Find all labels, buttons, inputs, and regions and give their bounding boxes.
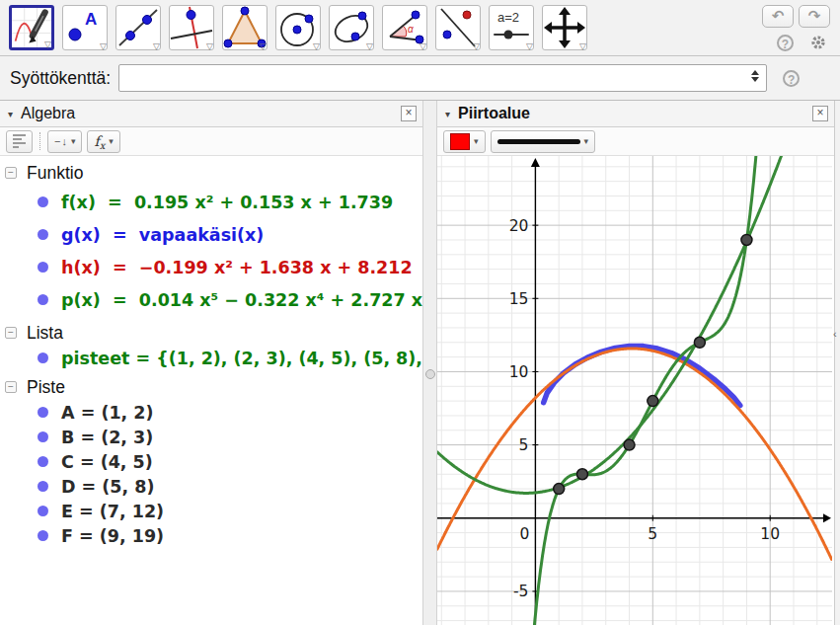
svg-text:-5: -5 xyxy=(513,583,528,600)
svg-text:10: 10 xyxy=(509,363,529,381)
visibility-dot-icon[interactable] xyxy=(38,456,48,467)
chevron-down-icon: ▾ xyxy=(71,136,76,146)
auxiliary-objects-button[interactable] xyxy=(6,130,33,153)
visibility-dot-icon[interactable] xyxy=(38,481,48,492)
svg-text:5: 5 xyxy=(648,525,657,543)
slider-label: a=2 xyxy=(497,10,519,25)
tool-slider-button[interactable]: a=2 ▽ xyxy=(489,5,534,50)
undo-button[interactable]: ↶ xyxy=(762,5,794,28)
algebra-item[interactable]: A = (1, 2) xyxy=(0,400,422,425)
graphics-canvas[interactable]: 0510-55101520 xyxy=(437,156,834,625)
command-input[interactable] xyxy=(119,67,719,89)
sort-mode-button[interactable]: −↓ ▾ xyxy=(47,130,82,153)
visibility-dot-icon[interactable] xyxy=(38,196,48,207)
tool-move-graphics-view-button[interactable]: ▽ xyxy=(542,5,587,50)
visibility-dot-icon[interactable] xyxy=(38,229,48,240)
algebra-item[interactable]: h(x) = −0.199 x² + 1.638 x + 8.212 xyxy=(0,251,422,283)
tool-circle-with-center-button[interactable]: ▽ xyxy=(275,5,321,50)
tool-dropdown-arrow[interactable]: ▽ xyxy=(526,42,533,51)
close-icon: × xyxy=(405,106,412,119)
function-style-button[interactable]: fx ▾ xyxy=(87,130,119,153)
group-label: Lista xyxy=(27,323,63,344)
visibility-dot-icon[interactable] xyxy=(38,431,48,442)
group-label: Funktio xyxy=(27,163,83,184)
color-picker-button[interactable]: ▾ xyxy=(443,130,486,153)
tool-freehand-function-button[interactable]: ▽ xyxy=(9,5,54,50)
help-icon: ? xyxy=(782,38,789,51)
visibility-dot-icon[interactable] xyxy=(38,294,48,305)
splitter-handle-icon[interactable] xyxy=(425,369,435,379)
toolbar-right-controls: ↶ ↷ ? xyxy=(762,5,840,51)
tool-dropdown-arrow[interactable]: ▽ xyxy=(420,42,426,51)
visibility-dot-icon[interactable] xyxy=(38,407,48,418)
algebra-group-header[interactable]: −Funktio xyxy=(0,156,422,186)
tool-dropdown-arrow[interactable]: ▽ xyxy=(366,42,373,51)
tool-point-button[interactable]: A ▽ xyxy=(62,5,108,50)
input-bar: Syöttökenttä: ? xyxy=(0,56,840,101)
algebra-item[interactable]: F = (9, 19) xyxy=(0,523,422,548)
svg-text:α: α xyxy=(408,24,414,35)
help-button[interactable]: ? xyxy=(777,35,794,51)
item-text: A = (1, 2) xyxy=(61,403,153,423)
curve-p xyxy=(437,156,832,625)
algebra-item[interactable]: pisteet = {(1, 2), (2, 3), (4, 5), (5, 8… xyxy=(0,346,422,370)
item-text: p(x) = 0.014 x⁵ − 0.322 x⁴ + 2.727 x³ − … xyxy=(61,290,422,310)
tool-perpendicular-line-button[interactable]: ▽ xyxy=(169,5,214,50)
panel-splitter[interactable] xyxy=(422,101,437,625)
input-help-icon: ? xyxy=(788,73,795,87)
tool-dropdown-arrow[interactable]: ▽ xyxy=(206,42,213,51)
chevron-down-icon: ▾ xyxy=(109,136,114,146)
graph-svg: 0510-55101520 xyxy=(437,156,832,625)
tool-dropdown-arrow[interactable]: ▽ xyxy=(313,42,320,51)
sort-icon: −↓ xyxy=(54,135,67,147)
graphics-view: ▾ Piirtoalue × ▾ ▾ 0510-55101520 xyxy=(437,101,834,625)
item-text: g(x) = vapaakäsi(x) xyxy=(61,225,264,245)
input-history-stepper[interactable] xyxy=(751,70,759,82)
tool-dropdown-arrow[interactable]: ▽ xyxy=(44,40,51,49)
tool-reflect-about-line-button[interactable]: ▽ xyxy=(435,5,481,50)
visibility-dot-icon[interactable] xyxy=(38,352,48,363)
tool-angle-button[interactable]: α ▽ xyxy=(382,5,427,50)
main-area: ▾ Algebra × −↓ ▾ fx ▾ −Funktiof(x) = xyxy=(0,101,840,625)
algebra-item[interactable]: E = (7, 12) xyxy=(0,499,422,523)
panel-expand-chevron-icon[interactable]: ‹ xyxy=(833,328,837,340)
algebra-group-header[interactable]: −Piste xyxy=(0,370,422,400)
visibility-dot-icon[interactable] xyxy=(38,530,48,541)
algebra-group-header[interactable]: −Lista xyxy=(0,316,422,346)
algebra-item[interactable]: p(x) = 0.014 x⁵ − 0.322 x⁴ + 2.727 x³ − … xyxy=(0,283,422,316)
algebra-item[interactable]: D = (5, 8) xyxy=(0,474,422,499)
tool-dropdown-arrow[interactable]: ▽ xyxy=(579,42,586,51)
item-text: F = (9, 19) xyxy=(61,526,164,546)
line-style-button[interactable]: ▾ xyxy=(491,130,596,153)
chevron-down-icon: ▾ xyxy=(584,136,589,146)
algebra-item[interactable]: g(x) = vapaakäsi(x) xyxy=(0,218,422,251)
algebra-close-button[interactable]: × xyxy=(401,106,417,121)
tool-dropdown-arrow[interactable]: ▽ xyxy=(100,42,107,51)
graphics-close-button[interactable]: × xyxy=(812,106,828,121)
settings-gear-icon[interactable] xyxy=(809,34,827,51)
graphics-collapse-icon[interactable]: ▾ xyxy=(445,109,450,119)
stepper-up-icon xyxy=(751,70,759,75)
group-label: Piste xyxy=(27,377,65,398)
collapse-toggle-icon[interactable]: − xyxy=(5,167,17,179)
algebra-item[interactable]: f(x) = 0.195 x² + 0.153 x + 1.739 xyxy=(0,186,422,218)
algebra-view: ▾ Algebra × −↓ ▾ fx ▾ −Funktiof(x) = xyxy=(0,101,422,625)
tool-dropdown-arrow[interactable]: ▽ xyxy=(473,42,480,51)
collapse-toggle-icon[interactable]: − xyxy=(5,327,17,339)
tool-polygon-button[interactable]: ▽ xyxy=(222,5,267,50)
algebra-header: ▾ Algebra × xyxy=(0,101,422,127)
visibility-dot-icon[interactable] xyxy=(38,506,48,516)
redo-button[interactable]: ↷ xyxy=(799,5,830,28)
point-B xyxy=(576,469,587,480)
input-help-button[interactable]: ? xyxy=(783,70,800,87)
visibility-dot-icon[interactable] xyxy=(38,262,48,273)
tool-dropdown-arrow[interactable]: ▽ xyxy=(260,42,267,51)
collapse-toggle-icon[interactable]: − xyxy=(5,381,17,393)
tool-conic-through-points-button[interactable]: ▽ xyxy=(329,5,374,50)
tool-line-button[interactable]: ▽ xyxy=(115,5,161,50)
algebra-item[interactable]: B = (2, 3) xyxy=(0,425,422,449)
algebra-collapse-icon[interactable]: ▾ xyxy=(8,109,13,119)
tool-dropdown-arrow[interactable]: ▽ xyxy=(153,42,160,51)
graphics-stylebar: ▾ ▾ xyxy=(437,127,834,156)
algebra-item[interactable]: C = (4, 5) xyxy=(0,449,422,474)
